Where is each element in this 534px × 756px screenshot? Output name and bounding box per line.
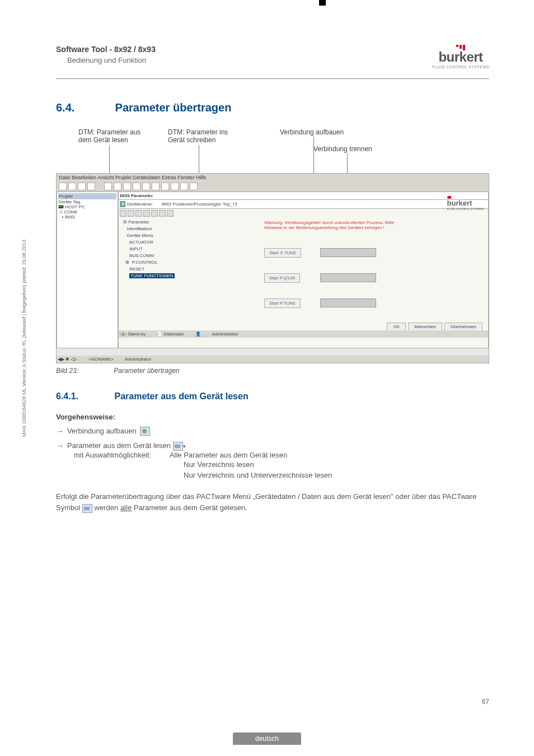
section-title: Parameter übertragen xyxy=(115,101,232,114)
section-heading: 6.4. Parameter übertragen xyxy=(56,101,489,114)
project-tree-panel: Projekt Geräte Tag 📟 HOST PC ◇ COM8 ▪ 86… xyxy=(57,192,118,348)
toolbar-icon xyxy=(190,183,198,190)
callout-read-params: DTM: Parameter aus dem Gerät lesen xyxy=(78,128,140,144)
tree-node: Identifikation xyxy=(123,226,175,232)
sub-toolbar-icon xyxy=(143,210,150,217)
sub-toolbar-icon xyxy=(167,210,174,217)
subsection-title: Parameter aus dem Gerät lesen xyxy=(114,391,248,401)
tree-node: ACTUATOR xyxy=(123,239,175,246)
tree-node: RESET xyxy=(123,266,175,273)
procedure-step-1: → Verbindung aufbauen xyxy=(56,427,489,436)
dialog-buttons: OK Abbrechen Übernehmen xyxy=(387,323,483,331)
tree-node: ⊟ Parameter xyxy=(123,219,175,226)
dtm-status-bar: ◁▷ Stand-by 📄 Datensatz 👤 Administrator xyxy=(119,330,488,338)
toolbar-icon xyxy=(142,183,150,190)
callout-write-params: DTM: Parameter ins Gerät schreiben xyxy=(168,128,228,144)
arrow-icon: → xyxy=(56,427,64,436)
progress-bar xyxy=(320,298,376,307)
sub-toolbar-icon xyxy=(135,210,142,217)
start-pqlin-button: Start P.Q'LIN xyxy=(264,273,300,283)
tree-item: ◇ COM8 xyxy=(58,209,116,214)
dtm-info-row: 5 Gerätename: 8693 Positioner/Prozessreg… xyxy=(119,200,488,209)
connect-icon xyxy=(140,427,150,436)
tree-item: ▪ 8693 xyxy=(58,214,116,220)
toolbar-icon xyxy=(104,183,112,190)
toolbar-icon xyxy=(78,183,86,190)
warning-text: Warnung: Verletzungsgefahr durch unkontr… xyxy=(264,220,394,230)
read-params-icon xyxy=(82,504,92,513)
explanatory-paragraph: Erfolgt die Parameterübertragung über da… xyxy=(56,491,489,515)
parameter-tree: ⊟ Parameter Identifikation Geräte Menü A… xyxy=(123,219,175,279)
callout-line xyxy=(199,145,199,173)
logo-subtext: FLUID CONTROL SYSTEMS xyxy=(432,65,489,69)
tree-item: Geräte Tag xyxy=(58,199,116,204)
cancel-button: Abbrechen xyxy=(408,323,442,331)
toolbar-icon xyxy=(87,183,95,190)
screenshot-figure: DTM: Parameter aus dem Gerät lesen DTM: … xyxy=(56,128,489,375)
callout-disconnect: Verbindung trennen xyxy=(313,145,372,153)
app-menubar: Datei Bearbeiten Ansicht Projekt Geräted… xyxy=(57,174,489,181)
app-body: Projekt Geräte Tag 📟 HOST PC ◇ COM8 ▪ 86… xyxy=(57,192,489,348)
start-ptune-button: Start P.TUNE xyxy=(264,298,301,308)
dtm-tab-header: 8693 Parameter xyxy=(119,192,488,200)
callout-line xyxy=(313,137,314,173)
toolbar-icon xyxy=(114,183,121,190)
sub-toolbar-icon xyxy=(151,210,158,217)
toolbar-icon xyxy=(180,183,188,190)
document-side-metadata: MAN 1000184628 ML Version: A Status: RL … xyxy=(21,240,27,437)
sub-toolbar-icon xyxy=(128,210,134,217)
dtm-sub-toolbar xyxy=(119,209,488,218)
app-status-bar: ◀▶ ✱ ◁▷ <NONAME> Administrator xyxy=(57,356,489,363)
sub-toolbar-icon xyxy=(120,210,127,217)
caption-label: Bild 23: xyxy=(56,367,112,375)
tree-node: INPUT xyxy=(123,246,175,253)
main-panel: 8693 Parameter 5 Gerätename: 8693 Positi… xyxy=(118,192,489,348)
header-left: Software Tool - 8x92 / 8x93 Bedienung un… xyxy=(56,45,156,64)
ok-button: OK xyxy=(387,323,406,331)
dtm-burkert-logo: ▮▮▮ burkert FLUID CONTROL SYSTEMS xyxy=(447,195,484,211)
toolbar-icon xyxy=(152,183,160,190)
burkert-logo: burkert FLUID CONTROL SYSTEMS xyxy=(432,45,489,69)
apply-button: Übernehmen xyxy=(444,323,483,331)
subsection-number: 6.4.1. xyxy=(56,391,112,402)
callout-line xyxy=(109,145,110,173)
progress-bar xyxy=(320,248,376,257)
tree-node-selected: TUNE FUNCTIONEN xyxy=(123,273,175,279)
app-toolbar xyxy=(57,181,489,192)
page-number: 67 xyxy=(482,698,489,706)
tree-node: ⊞ P.CONTROL xyxy=(123,259,175,266)
section-number: 6.4. xyxy=(56,101,112,114)
read-params-icon xyxy=(173,442,183,451)
tree-node: Geräte Menü xyxy=(123,232,175,239)
toolbar-icon xyxy=(161,183,169,190)
header-subtitle: Bedienung und Funktion xyxy=(67,56,156,64)
toolbar-icon xyxy=(171,183,179,190)
progress-bar xyxy=(320,273,376,282)
procedure-heading: Vorgehensweise: xyxy=(56,413,489,421)
arrow-icon: → xyxy=(56,441,64,450)
software-title: Software Tool - 8x92 / 8x93 xyxy=(56,45,156,54)
page-container: Software Tool - 8x92 / 8x93 Bedienung un… xyxy=(0,0,534,536)
subsection-heading: 6.4.1. Parameter aus dem Gerät lesen xyxy=(56,391,489,402)
toolbar-icon xyxy=(133,183,140,190)
procedure-options: Nur Verzeichnis lesen Nur Verzeichnis un… xyxy=(184,459,489,481)
figure-caption: Bild 23: Parameter übertragen xyxy=(56,367,489,375)
sub-toolbar-icon xyxy=(159,210,166,217)
caption-text: Parameter übertragen xyxy=(114,367,179,375)
pactware-screenshot: Datei Bearbeiten Ansicht Projekt Geräted… xyxy=(56,173,489,363)
logo-text: burkert xyxy=(432,49,489,65)
toolbar-icon xyxy=(68,183,76,190)
callout-line xyxy=(347,153,348,173)
header-rule xyxy=(56,78,489,79)
callout-connect: Verbindung aufbauen xyxy=(280,128,344,136)
tree-item: 📟 HOST PC xyxy=(58,204,116,209)
language-tab: deutsch xyxy=(233,732,301,745)
procedure-step-2: → Parameter aus dem Gerät lesen ▾ mit Au… xyxy=(56,441,489,459)
toolbar-icon xyxy=(59,183,67,190)
project-panel-header: Projekt xyxy=(58,193,116,199)
start-xtune-button: Start X.TUNE xyxy=(264,248,301,258)
device-number-badge: 5 xyxy=(120,201,125,207)
tree-node: BUS.COMM xyxy=(123,253,175,259)
toolbar-icon xyxy=(123,183,131,190)
callout-labels: DTM: Parameter aus dem Gerät lesen DTM: … xyxy=(56,128,489,173)
